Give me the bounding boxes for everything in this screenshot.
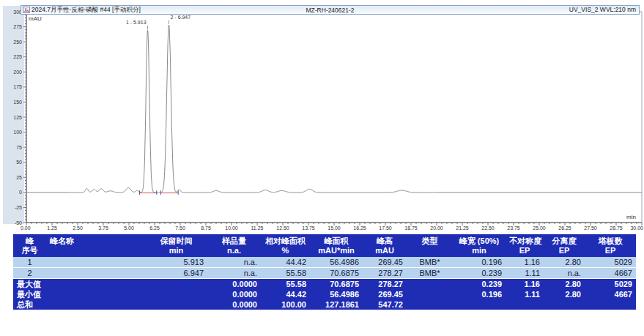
cell: n.a. [207,268,261,279]
cell [585,299,636,310]
cell: 0.196 [453,289,506,299]
x-tick-label: 16.25 [353,225,366,231]
column-header[interactable]: 峰宽 (50%)min [453,234,506,257]
cell: 0.196 [453,257,506,268]
cell: 2.80 [544,279,585,290]
cell [544,299,585,310]
cell: 5029 [585,257,636,268]
column-header[interactable]: 分离度EP [544,234,585,257]
x-axis-unit: min [626,214,636,220]
x-tick-label: 18.75 [404,225,418,231]
cell [145,279,207,290]
injection-title: 2024.7月手性-反相-磷酸 #44 [手动积分] [32,6,141,15]
cell [145,289,207,299]
y-tick-label: 100 [13,130,22,135]
y-tick-label: 50 [16,160,22,165]
y-tick-label: -50 [15,220,22,225]
cell [407,299,453,310]
cell: 1.16 [506,257,544,268]
cell: n.a. [207,257,261,268]
summary-row: 最小值0.000044.4256.4986269.450.1961.112.80… [13,289,636,299]
x-tick-label: 11.25 [251,225,264,231]
cell: 5.913 [145,257,207,268]
x-tick-label: 5.00 [124,225,134,231]
cell [407,279,453,290]
x-tick-label: 28.75 [610,225,623,231]
y-tick-label: 0 [19,190,22,195]
integration-results: 峰序号峰名称 保留时间min样品量n.a.相对峰面积%峰面积mAU*min峰高m… [13,234,623,310]
x-tick-label: 8.75 [201,225,211,231]
summary-label: 最小值 [13,289,46,299]
cell: 1.11 [506,268,544,279]
cell: 55.58 [261,268,310,279]
cell: 0.239 [453,279,506,290]
x-tick-label: 26.25 [558,225,571,231]
x-tick-label: 12.50 [276,225,289,231]
cell: 0.0000 [207,289,261,299]
table-row[interactable]: 26.947n.a.55.5870.6875278.27BMB*0.2391.1… [13,268,636,279]
column-header[interactable]: 保留时间min [145,234,207,257]
cell: 55.58 [261,279,310,290]
channel-wavelength-label: UV_VIS_2 WVL:210 nm [569,6,636,14]
x-tick-label: 20.00 [430,225,443,231]
cell [407,289,453,299]
summary-label: 总和 [13,299,46,310]
summary-row: 最大值0.000055.5870.6875278.270.2391.162.80… [13,279,636,290]
cell: 70.6875 [310,268,363,279]
x-tick-label: 13.75 [302,225,315,231]
cell: 70.6875 [310,279,363,290]
column-header[interactable]: 不对称度EP [506,234,544,257]
cell: 2 [13,268,46,279]
cell: 56.4986 [310,257,363,268]
x-tick-label: 10.00 [225,225,238,231]
y-axis-unit: mAU [29,15,42,22]
x-tick-label: 3.75 [98,225,108,231]
cell [145,299,207,310]
cell: 4667 [585,289,636,299]
cell: 278.27 [363,268,407,279]
y-tick-label: 175 [13,84,22,89]
cell: 127.1861 [310,299,363,310]
y-tick-label: 275 [13,24,22,29]
table-row[interactable]: 15.913n.a.44.4256.4986269.45BMB*0.1961.1… [13,257,636,268]
cell: 0.239 [453,268,506,279]
cell: 5029 [585,279,636,290]
column-header[interactable]: 峰面积mAU*min [310,234,363,257]
x-tick-label: 2.50 [73,225,83,231]
cell: 547.72 [363,299,407,310]
column-header[interactable]: 类型 [407,234,453,257]
x-tick-label: 30.00 [630,225,643,231]
x-tick-label: 22.50 [481,225,495,231]
y-tick-label: 75 [16,145,22,150]
cell: 0.0000 [207,299,261,310]
cell: 278.27 [363,279,407,290]
y-tick-label: 250 [13,40,22,45]
column-header[interactable]: 峰高mAU [363,234,407,257]
y-tick-label: 225 [13,54,22,59]
y-tick-label: 125 [13,115,22,120]
cell: 269.45 [363,257,407,268]
x-tick-label: 17.50 [379,225,392,231]
chromatogram-panel: 2024.7月手性-反相-磷酸 #44 [手动积分] MZ-RH-240621-… [0,0,644,233]
x-tick-label: 6.25 [149,225,160,231]
column-header[interactable]: 相对峰面积% [261,234,310,257]
cell: BMB* [407,257,453,268]
x-tick-label: 23.75 [507,225,520,231]
chart-header-bar[interactable]: 2024.7月手性-反相-磷酸 #44 [手动积分] MZ-RH-240621-… [21,5,640,15]
x-tick-label: 27.50 [584,225,597,231]
cell [46,299,145,310]
cell: 4667 [585,268,636,279]
column-header[interactable]: 样品量n.a. [207,234,261,257]
cell: 100.00 [261,299,310,310]
cell [506,299,544,310]
column-header[interactable]: 峰名称 [46,234,145,257]
chromatogram-report: 2024.7月手性-反相-磷酸 #44 [手动积分] MZ-RH-240621-… [0,0,644,310]
column-header[interactable]: 峰序号 [13,234,46,257]
cell: n.a. [544,268,585,279]
chromatogram-plot[interactable]: -50-250255075100125150175200225250275300… [0,0,644,233]
column-header[interactable]: 塔板数EP [585,234,636,257]
cell [46,279,145,290]
cell: 1.11 [506,289,544,299]
y-tick-label: 200 [13,70,22,75]
x-tick-label: 21.25 [456,225,469,231]
